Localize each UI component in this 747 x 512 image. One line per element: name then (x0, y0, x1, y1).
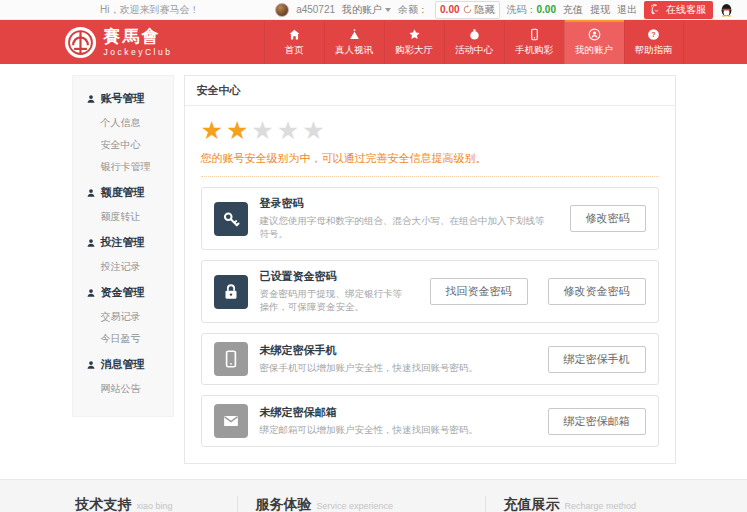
sidebar-item-security-center[interactable]: 安全中心 (73, 134, 173, 156)
sidebar-item-transaction-records[interactable]: 交易记录 (73, 306, 173, 328)
star-icon: ★ (226, 116, 251, 144)
user-icon (86, 288, 96, 298)
card-desc: 资金密码用于提现、绑定银行卡等操作，可保障资金安全。 (260, 288, 410, 314)
username-text: a450721 (296, 4, 335, 15)
online-service-label: 在线客服 (666, 3, 706, 17)
refresh-icon[interactable] (463, 5, 472, 14)
footer-tech-title: 技术支持xiao bing (76, 496, 219, 512)
qq-icon[interactable] (720, 2, 733, 17)
brand-title: 賽馬會 (104, 28, 173, 45)
key-icon (214, 202, 248, 236)
balance-box: 0.00 隐藏 (435, 1, 499, 19)
card-desc: 建议您使用字母和数字的组合、混合大小写、在组合中加入下划线等符号。 (260, 215, 550, 241)
card-desc: 绑定邮箱可以增加账户安全性，快速找回账号密码。 (260, 424, 528, 437)
sidebar-group-account[interactable]: 账号管理 (73, 84, 173, 112)
sidebar-item-personal-info[interactable]: 个人信息 (73, 112, 173, 134)
sidebar-group-funds[interactable]: 资金管理 (73, 278, 173, 306)
security-email-card: 未绑定密保邮箱 绑定邮箱可以增加账户安全性，快速找回账号密码。 绑定密保邮箱 (201, 395, 659, 447)
change-fund-password-button[interactable]: 修改资金密码 (548, 278, 646, 305)
topbar: Hi，欢迎来到赛马会！ a450721 我的账户 余额： 0.00 隐藏 洗码：… (0, 0, 747, 20)
user-icon (86, 238, 96, 248)
avatar[interactable] (275, 3, 289, 17)
nav-item-lottery-hall[interactable]: 购彩大厅 (384, 20, 444, 64)
card-title: 未绑定密保手机 (260, 343, 528, 358)
rebate-value: 0.00 (537, 4, 556, 15)
help-icon: ? (647, 28, 660, 41)
sidebar-group-messages[interactable]: 消息管理 (73, 350, 173, 378)
mobile-icon (214, 342, 248, 376)
footer-service-subtitle: Service experience (317, 501, 394, 511)
footer-recharge-title: 充值展示Recharge method (504, 496, 666, 512)
security-phone-card: 未绑定密保手机 密保手机可以增加账户安全性，快速找回账号密码。 绑定密保手机 (201, 333, 659, 385)
card-title: 登录密码 (260, 196, 550, 211)
online-service-button[interactable]: 在线客服 (644, 1, 713, 19)
sidebar-group-label: 消息管理 (101, 357, 145, 372)
money-bag-icon (468, 28, 481, 41)
nav-item-mobile-lottery[interactable]: 手机购彩 (504, 20, 564, 64)
security-center-panel: 安全中心 ★★★★★ 您的账号安全级别为中，可以通过完善安全信息提高级别。 登录… (184, 75, 676, 464)
star-icon: ★ (201, 116, 226, 144)
security-stars: ★★★★★ (201, 118, 659, 143)
sidebar-item-site-announcements[interactable]: 网站公告 (73, 378, 173, 400)
bind-security-phone-button[interactable]: 绑定密保手机 (548, 346, 646, 373)
sidebar-item-quota-transfer[interactable]: 额度转让 (73, 206, 173, 228)
card-desc: 密保手机可以增加账户安全性，快速找回账号密码。 (260, 362, 528, 375)
nav-item-live-video[interactable]: 真人视讯 (324, 20, 384, 64)
svg-text:?: ? (651, 29, 656, 38)
change-password-button[interactable]: 修改密码 (570, 205, 646, 232)
main-nav: 賽馬會 JockeyClub 首页 真人视讯 购彩大厅 活动中心 (0, 20, 747, 64)
nav-item-label: 活动中心 (455, 44, 493, 57)
bind-security-email-button[interactable]: 绑定密保邮箱 (548, 408, 646, 435)
nav-item-help-guide[interactable]: ? 帮助指南 (624, 20, 684, 64)
sidebar-item-today-profit-loss[interactable]: 今日盈亏 (73, 328, 173, 350)
live-video-icon (348, 28, 361, 41)
star-icon: ★ (277, 116, 302, 144)
card-title: 未绑定密保邮箱 (260, 405, 528, 420)
nav-item-label: 我的账户 (575, 44, 613, 57)
balance-label: 余额： (398, 3, 428, 17)
hide-balance-button[interactable]: 隐藏 (475, 3, 495, 17)
withdraw-link[interactable]: 提现 (590, 3, 610, 17)
greeting-text: Hi，欢迎来到赛马会！ (100, 3, 199, 17)
sidebar: 账号管理 个人信息 安全中心 银行卡管理 额度管理 额度转让 投注管理 投注记录… (72, 75, 174, 417)
user-icon (86, 94, 96, 104)
user-icon (86, 188, 96, 198)
recover-fund-password-button[interactable]: 找回资金密码 (430, 278, 528, 305)
logout-link[interactable]: 退出 (617, 3, 637, 17)
nav-item-home[interactable]: 首页 (264, 20, 324, 64)
nav-item-activity-center[interactable]: 活动中心 (444, 20, 504, 64)
lock-icon (214, 275, 248, 309)
sidebar-item-bet-records[interactable]: 投注记录 (73, 256, 173, 278)
footer-recharge-subtitle: Recharge method (565, 501, 637, 511)
footer-service-title: 服务体验Service experience (256, 496, 467, 512)
nav-item-my-account[interactable]: 我的账户 (564, 20, 624, 64)
login-password-card: 登录密码 建议您使用字母和数字的组合、混合大小写、在组合中加入下划线等符号。 修… (201, 187, 659, 250)
my-account-label: 我的账户 (342, 3, 382, 17)
footer-tech-subtitle: xiao bing (137, 501, 173, 511)
recharge-link[interactable]: 充值 (563, 3, 583, 17)
home-icon (288, 28, 301, 41)
sidebar-item-bank-cards[interactable]: 银行卡管理 (73, 156, 173, 178)
sidebar-group-betting[interactable]: 投注管理 (73, 228, 173, 256)
nav-item-label: 手机购彩 (515, 44, 553, 57)
my-account-dropdown[interactable]: 我的账户 (342, 3, 391, 17)
security-notice: 您的账号安全级别为中，可以通过完善安全信息提高级别。 (201, 151, 659, 177)
page-title: 安全中心 (185, 76, 675, 106)
brand-logo[interactable]: 賽馬會 JockeyClub (64, 20, 203, 64)
chat-icon (651, 4, 662, 15)
fund-password-card: 已设置资金密码 资金密码用于提现、绑定银行卡等操作，可保障资金安全。 找回资金密… (201, 260, 659, 323)
user-icon (86, 360, 96, 370)
star-icon: ★ (251, 116, 276, 144)
nav-item-label: 真人视讯 (335, 44, 373, 57)
rebate-label: 洗码： (507, 4, 537, 15)
balance-value: 0.00 (440, 4, 459, 15)
nav-item-label: 首页 (285, 44, 304, 57)
nav-item-label: 帮助指南 (635, 44, 673, 57)
mail-icon (214, 404, 248, 438)
nav-item-label: 购彩大厅 (395, 44, 433, 57)
jockey-club-emblem-icon (64, 26, 97, 59)
sidebar-group-label: 额度管理 (101, 185, 145, 200)
sidebar-group-label: 投注管理 (101, 235, 145, 250)
chevron-down-icon (385, 8, 391, 12)
sidebar-group-quota[interactable]: 额度管理 (73, 178, 173, 206)
